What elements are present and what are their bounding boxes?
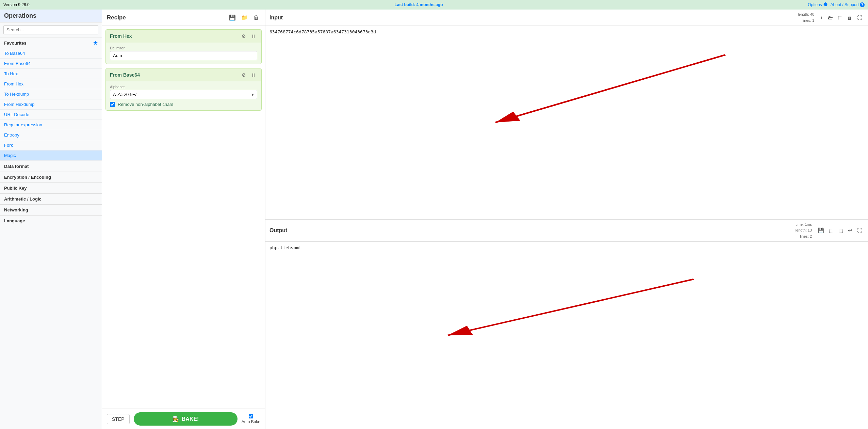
autobake-checkbox[interactable] <box>249 414 253 418</box>
support-button[interactable]: About / Support ? <box>831 2 865 7</box>
sidebar-category-language: Language <box>0 215 102 226</box>
output-lines: 2 <box>810 234 812 238</box>
sidebar-category-arithmetic: Arithmetic / Logic <box>0 193 102 204</box>
alphabet-select[interactable]: A-Za-z0-9+/= <box>110 90 257 99</box>
input-panel: Input length: 40 lines: 1 + 🗁 ⬚ 🗑 ⛶ <box>265 10 868 219</box>
sidebar-item-to-hexdump[interactable]: To Hexdump <box>0 89 102 99</box>
sidebar-category-encryption: Encryption / Encoding <box>0 172 102 182</box>
input-clear-button[interactable]: 🗑 <box>846 14 854 21</box>
op-card-from-base64-title: From Base64 <box>110 72 140 78</box>
open-icon: 📁 <box>241 15 248 20</box>
input-add-button[interactable]: + <box>818 14 825 21</box>
options-button[interactable]: Options <box>808 2 828 7</box>
sidebar-category-data-format: Data format <box>0 161 102 172</box>
input-open-button[interactable]: 🗁 <box>826 14 835 21</box>
output-length: 13 <box>808 228 812 232</box>
trash-icon: 🗑 <box>253 15 259 20</box>
bake-icon: 👩‍🍳 <box>172 416 179 422</box>
favourites-label: Favourites <box>4 41 27 46</box>
sidebar-item-from-hexdump[interactable]: From Hexdump <box>0 99 102 110</box>
io-panels: Input length: 40 lines: 1 + 🗁 ⬚ 🗑 ⛶ <box>265 10 868 429</box>
input-lines: 1 <box>812 18 814 22</box>
sidebar-header: Operations <box>0 10 102 22</box>
recipe-header: Recipe 💾 📁 🗑 <box>102 10 265 26</box>
step-button[interactable]: STEP <box>107 414 130 424</box>
op-card-from-hex-header: From Hex ⊘ ⏸ <box>106 30 261 43</box>
output-title: Output <box>269 227 287 234</box>
sidebar-item-to-hex[interactable]: To Hex <box>0 69 102 79</box>
op-disable-button[interactable]: ⊘ <box>240 32 247 40</box>
autobake-label: Auto Bake <box>242 419 260 424</box>
sidebar-item-to-base64[interactable]: To Base64 <box>0 48 102 59</box>
op-card-from-hex-controls: ⊘ ⏸ <box>240 32 257 40</box>
save-icon: 💾 <box>229 15 236 20</box>
gear-icon <box>823 2 828 7</box>
topbar-right: Options About / Support ? <box>808 2 865 7</box>
delimiter-label: Delimiter <box>110 46 257 50</box>
sidebar-item-from-hex[interactable]: From Hex <box>0 79 102 89</box>
autobake-wrap: Auto Bake <box>242 414 260 424</box>
delimiter-input[interactable] <box>110 51 257 60</box>
output-header: Output time: 1ms length: 13 lines: 2 💾 ⬚… <box>265 220 868 242</box>
remove-nonalpha-checkbox[interactable] <box>110 102 115 107</box>
star-icon: ★ <box>93 40 98 46</box>
input-textarea[interactable]: 634768774c6d78735a57687a6347313043673d3d <box>265 26 868 219</box>
output-send-button[interactable]: ⬚ <box>837 226 845 235</box>
input-title: Input <box>269 15 283 21</box>
help-icon: ? <box>860 2 865 7</box>
sidebar-category-public-key: Public Key <box>0 182 102 193</box>
op-disable-button-2[interactable]: ⊘ <box>240 71 247 79</box>
output-time: 1ms <box>805 222 812 226</box>
output-panel: Output time: 1ms length: 13 lines: 2 💾 ⬚… <box>265 220 868 429</box>
input-area: 634768774c6d78735a57687a6347313043673d3d <box>265 26 868 219</box>
bake-label: BAKE! <box>182 416 199 422</box>
sidebar-item-regex[interactable]: Regular expression <box>0 120 102 130</box>
output-undo-button[interactable]: ↩ <box>846 226 854 235</box>
step-label: STEP <box>112 416 125 422</box>
recipe-content: From Hex ⊘ ⏸ Delimiter From Base64 ⊘ <box>102 26 265 409</box>
main-layout: Operations Favourites ★ To Base64 From B… <box>0 10 868 429</box>
recipe-panel: Recipe 💾 📁 🗑 From Hex ⊘ <box>102 10 265 429</box>
sidebar-search-wrap <box>0 22 102 37</box>
alphabet-select-wrap: A-Za-z0-9+/= ▼ <box>110 90 257 99</box>
sidebar-item-entropy[interactable]: Entropy <box>0 130 102 140</box>
sidebar-item-magic[interactable]: Magic <box>0 150 102 161</box>
build-label: Last build: 4 months ago <box>394 2 443 7</box>
bake-button[interactable]: 👩‍🍳 BAKE! <box>134 412 238 426</box>
input-paste-button[interactable]: ⬚ <box>836 14 844 22</box>
open-recipe-button[interactable]: 📁 <box>240 13 249 22</box>
support-label: About / Support <box>831 2 859 7</box>
output-meta: time: 1ms length: 13 lines: 2 <box>796 222 812 240</box>
input-header: Input length: 40 lines: 1 + 🗁 ⬚ 🗑 ⛶ <box>265 10 868 26</box>
op-card-from-hex-title: From Hex <box>110 33 132 39</box>
input-meta: length: 40 lines: 1 <box>798 12 814 23</box>
sidebar-item-from-base64[interactable]: From Base64 <box>0 59 102 69</box>
version-label: Version 9.28.0 <box>3 2 30 7</box>
remove-nonalpha-label: Remove non-alphabet chars <box>118 102 173 107</box>
output-save-button[interactable]: 💾 <box>816 226 826 235</box>
checkbox-row: Remove non-alphabet chars <box>110 102 257 107</box>
output-area: php.llehspmt <box>265 242 868 429</box>
recipe-footer: STEP 👩‍🍳 BAKE! Auto Bake <box>102 409 265 429</box>
output-expand-button[interactable]: ⛶ <box>855 226 864 234</box>
op-card-from-base64-header: From Base64 ⊘ ⏸ <box>106 68 261 81</box>
op-card-from-base64: From Base64 ⊘ ⏸ Alphabet A-Za-z0-9+/= ▼ <box>105 68 262 111</box>
search-input[interactable] <box>3 25 98 34</box>
sidebar-item-url-decode[interactable]: URL Decode <box>0 110 102 120</box>
alphabet-label: Alphabet <box>110 85 257 89</box>
input-tools: + 🗁 ⬚ 🗑 ⛶ <box>818 14 864 22</box>
recipe-title: Recipe <box>107 14 126 21</box>
save-recipe-button[interactable]: 💾 <box>228 13 237 22</box>
op-card-from-base64-controls: ⊘ ⏸ <box>240 71 257 79</box>
topbar: Version 9.28.0 Last build: 4 months ago … <box>0 0 868 10</box>
input-expand-button[interactable]: ⛶ <box>855 14 864 21</box>
sidebar-item-fork[interactable]: Fork <box>0 140 102 150</box>
output-textarea[interactable]: php.llehspmt <box>265 242 868 429</box>
options-label: Options <box>808 2 822 7</box>
delete-recipe-button[interactable]: 🗑 <box>252 13 260 22</box>
op-pause-button-2[interactable]: ⏸ <box>249 71 257 79</box>
sidebar-list: Favourites ★ To Base64 From Base64 To He… <box>0 37 102 429</box>
op-pause-button[interactable]: ⏸ <box>249 32 257 40</box>
output-tools: 💾 ⬚ ⬚ ↩ ⛶ <box>816 226 864 235</box>
output-copy-button[interactable]: ⬚ <box>827 226 835 235</box>
